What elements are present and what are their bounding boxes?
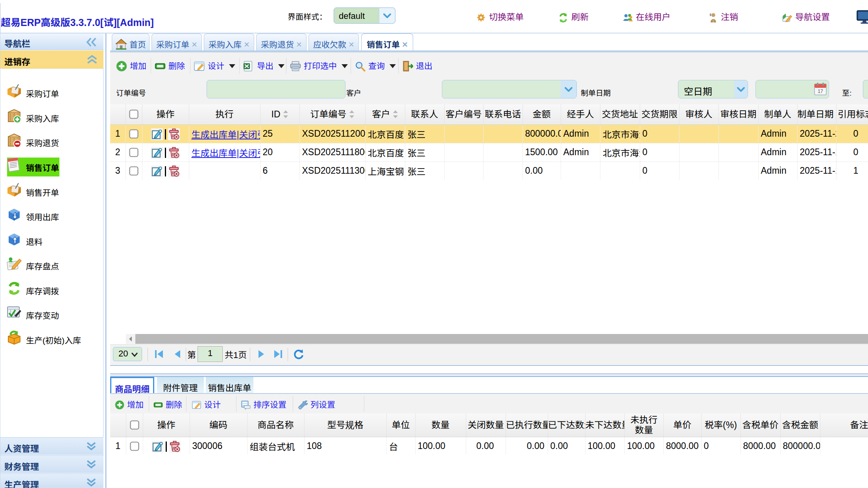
svg-text:17: 17 bbox=[818, 89, 823, 94]
